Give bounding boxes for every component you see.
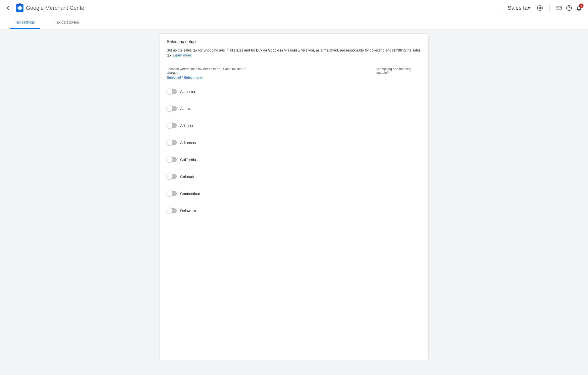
state-toggle[interactable] (167, 208, 177, 213)
arrow-left-icon (6, 5, 12, 11)
state-toggle[interactable] (167, 157, 177, 162)
mail-icon (556, 5, 562, 11)
select-none-link[interactable]: Select none (184, 76, 202, 80)
tab-tax-settings[interactable]: Tax settings (10, 16, 40, 29)
learn-more-link[interactable]: Learn more (173, 53, 191, 57)
divider (549, 4, 550, 12)
tab-label: Tax settings (15, 20, 35, 24)
notifications-button[interactable]: 5 (574, 3, 584, 13)
card-title: Sales tax setup (167, 39, 421, 44)
state-toggle[interactable] (167, 89, 177, 94)
card-header: Sales tax setup Set up the sales tax for… (160, 34, 428, 62)
card-description-text: Set up the sales tax for Shopping ads in… (167, 48, 421, 57)
brand-block: Google Merchant Center (16, 4, 86, 12)
select-separator: / (181, 76, 184, 80)
state-toggle[interactable] (167, 191, 177, 196)
state-toggle[interactable] (167, 106, 177, 111)
state-name: Arizona (180, 124, 193, 128)
brand-text: Google Merchant Center (26, 5, 86, 11)
sales-tax-card: Sales tax setup Set up the sales tax for… (160, 34, 429, 360)
page-title: Sales tax (508, 5, 531, 11)
help-button[interactable] (564, 3, 574, 13)
column-location-label: Location where sales tax needs to be cha… (167, 67, 223, 74)
state-name: Alabama (180, 90, 195, 94)
state-toggle[interactable] (167, 123, 177, 128)
brand-google: Google (26, 5, 44, 11)
divider (91, 4, 91, 12)
card-description: Set up the sales tax for Shopping ads in… (167, 48, 421, 58)
settings-button[interactable] (535, 3, 545, 13)
divider (503, 4, 503, 12)
state-row: Arkansas (160, 134, 428, 151)
column-location: Location where sales tax needs to be cha… (167, 67, 223, 80)
state-name: Colorado (180, 174, 196, 179)
merchant-center-logo-icon (16, 4, 23, 12)
state-name: Arkansas (180, 140, 196, 145)
state-row: California (160, 151, 428, 168)
tab-bar: Tax settings Tax categories (0, 16, 588, 29)
state-toggle[interactable] (167, 140, 177, 145)
state-rows: AlabamaAlaskaArizonaArkansasCaliforniaCo… (160, 83, 428, 219)
tab-label: Tax categories (55, 20, 79, 24)
state-row: Delaware (160, 202, 428, 219)
state-toggle[interactable] (167, 174, 177, 179)
state-row: Connecticut (160, 185, 428, 202)
state-row: Arizona (160, 117, 428, 134)
help-icon (566, 5, 572, 11)
brand-product: Merchant Center (45, 5, 86, 11)
svg-point-1 (539, 7, 541, 9)
state-name: Connecticut (180, 192, 200, 196)
state-name: Alaska (180, 106, 192, 111)
column-headers: Location where sales tax needs to be cha… (160, 62, 428, 83)
state-row: Alaska (160, 100, 428, 117)
select-links: Select all / Select none (167, 76, 223, 80)
inbox-button[interactable] (554, 3, 564, 13)
column-setup: Sales tax setup (223, 67, 377, 71)
state-name: Delaware (180, 208, 196, 213)
tab-tax-categories[interactable]: Tax categories (50, 16, 84, 29)
column-shipping: Is shipping and handling taxable? (377, 67, 421, 74)
svg-point-4 (569, 9, 569, 10)
content-area: Sales tax setup Set up the sales tax for… (0, 29, 588, 375)
back-button[interactable] (4, 3, 14, 13)
state-row: Colorado (160, 168, 428, 185)
top-bar: Google Merchant Center Sales tax 5 (0, 0, 588, 16)
state-row: Alabama (160, 83, 428, 100)
notification-badge: 5 (579, 4, 584, 8)
select-all-link[interactable]: Select all (167, 76, 181, 80)
gear-icon (537, 5, 543, 11)
state-name: California (180, 158, 196, 162)
